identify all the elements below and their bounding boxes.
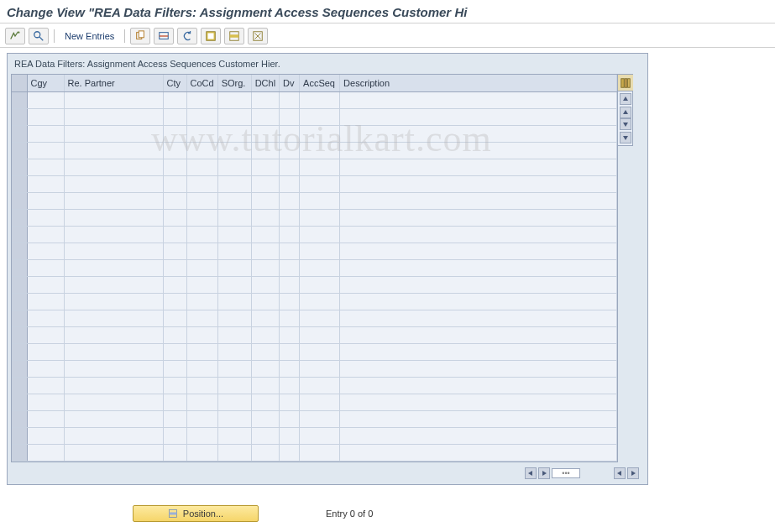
table-row[interactable] — [12, 343, 617, 360]
cell-cocd[interactable] — [186, 444, 217, 461]
row-selector[interactable] — [12, 209, 27, 226]
cell-dv[interactable] — [280, 410, 300, 427]
cell-cgy[interactable] — [27, 326, 64, 343]
cell-dchl[interactable] — [251, 226, 279, 243]
scroll-down-button-2[interactable] — [620, 118, 631, 130]
cell-cocd[interactable] — [186, 310, 217, 326]
cell-accseq[interactable] — [300, 326, 340, 343]
table-row[interactable] — [12, 91, 617, 108]
cell-sorg[interactable] — [217, 343, 251, 360]
cell-cocd[interactable] — [186, 394, 217, 410]
cell-dchl[interactable] — [251, 293, 279, 310]
cell-cgy[interactable] — [27, 293, 64, 310]
deselect-all-button[interactable] — [248, 28, 268, 44]
cell-accseq[interactable] — [300, 427, 340, 444]
cell-partner[interactable] — [64, 326, 163, 343]
cell-accseq[interactable] — [300, 125, 340, 142]
cell-dchl[interactable] — [251, 444, 279, 461]
cell-dv[interactable] — [280, 394, 300, 410]
cell-accseq[interactable] — [300, 226, 340, 243]
cell-accseq[interactable] — [300, 192, 340, 209]
row-selector-header[interactable] — [12, 75, 27, 91]
cell-cgy[interactable] — [27, 91, 64, 108]
table-row[interactable] — [12, 243, 617, 259]
cell-description[interactable] — [340, 209, 617, 226]
cell-dv[interactable] — [280, 444, 300, 461]
cell-dchl[interactable] — [251, 209, 279, 226]
cell-cgy[interactable] — [27, 343, 64, 360]
cell-accseq[interactable] — [300, 159, 340, 175]
table-row[interactable] — [12, 142, 617, 159]
row-selector[interactable] — [12, 276, 27, 293]
cell-cocd[interactable] — [186, 259, 217, 276]
cell-dchl[interactable] — [251, 91, 279, 108]
cell-dv[interactable] — [280, 125, 300, 142]
cell-dchl[interactable] — [251, 159, 279, 175]
cell-dv[interactable] — [280, 243, 300, 259]
cell-description[interactable] — [340, 192, 617, 209]
cell-partner[interactable] — [64, 293, 163, 310]
cell-cocd[interactable] — [186, 427, 217, 444]
cell-partner[interactable] — [64, 209, 163, 226]
cell-description[interactable] — [340, 125, 617, 142]
column-header-dchl[interactable]: DChl — [251, 75, 279, 91]
cell-partner[interactable] — [64, 159, 163, 175]
row-selector[interactable] — [12, 343, 27, 360]
cell-cty[interactable] — [163, 326, 186, 343]
cell-sorg[interactable] — [217, 125, 251, 142]
cell-cocd[interactable] — [186, 108, 217, 125]
cell-partner[interactable] — [64, 226, 163, 243]
cell-description[interactable] — [340, 326, 617, 343]
undo-change-button[interactable] — [177, 28, 197, 44]
cell-dv[interactable] — [280, 159, 300, 175]
row-selector[interactable] — [12, 410, 27, 427]
cell-dchl[interactable] — [251, 377, 279, 394]
cell-cocd[interactable] — [186, 209, 217, 226]
scroll-right-button[interactable] — [538, 467, 550, 479]
cell-sorg[interactable] — [217, 293, 251, 310]
new-entries-button[interactable]: New Entries — [60, 28, 119, 44]
row-selector[interactable] — [12, 360, 27, 377]
row-selector[interactable] — [12, 91, 27, 108]
cell-description[interactable] — [340, 259, 617, 276]
cell-cgy[interactable] — [27, 259, 64, 276]
table-row[interactable] — [12, 377, 617, 394]
table-row[interactable] — [12, 175, 617, 192]
column-configuration-button[interactable] — [618, 75, 633, 91]
cell-sorg[interactable] — [217, 377, 251, 394]
table-row[interactable] — [12, 276, 617, 293]
cell-accseq[interactable] — [300, 410, 340, 427]
cell-partner[interactable] — [64, 142, 163, 159]
row-selector[interactable] — [12, 125, 27, 142]
cell-accseq[interactable] — [300, 142, 340, 159]
cell-accseq[interactable] — [300, 360, 340, 377]
cell-dchl[interactable] — [251, 326, 279, 343]
find-button[interactable] — [29, 28, 49, 44]
cell-accseq[interactable] — [300, 243, 340, 259]
cell-cocd[interactable] — [186, 343, 217, 360]
cell-dchl[interactable] — [251, 192, 279, 209]
cell-partner[interactable] — [64, 410, 163, 427]
select-block-button[interactable] — [224, 28, 244, 44]
cell-cty[interactable] — [163, 293, 186, 310]
cell-cty[interactable] — [163, 226, 186, 243]
cell-cgy[interactable] — [27, 142, 64, 159]
cell-cocd[interactable] — [186, 192, 217, 209]
cell-cty[interactable] — [163, 209, 186, 226]
scroll-left-button-2[interactable] — [614, 467, 626, 479]
cell-cty[interactable] — [163, 360, 186, 377]
row-selector[interactable] — [12, 175, 27, 192]
select-all-button[interactable] — [201, 28, 221, 44]
column-header-accseq[interactable]: AccSeq — [300, 75, 340, 91]
cell-accseq[interactable] — [300, 444, 340, 461]
cell-dchl[interactable] — [251, 125, 279, 142]
cell-cocd[interactable] — [186, 226, 217, 243]
table-row[interactable] — [12, 326, 617, 343]
row-selector[interactable] — [12, 259, 27, 276]
cell-cocd[interactable] — [186, 91, 217, 108]
cell-cty[interactable] — [163, 394, 186, 410]
cell-partner[interactable] — [64, 125, 163, 142]
cell-cgy[interactable] — [27, 394, 64, 410]
cell-description[interactable] — [340, 310, 617, 326]
cell-partner[interactable] — [64, 310, 163, 326]
